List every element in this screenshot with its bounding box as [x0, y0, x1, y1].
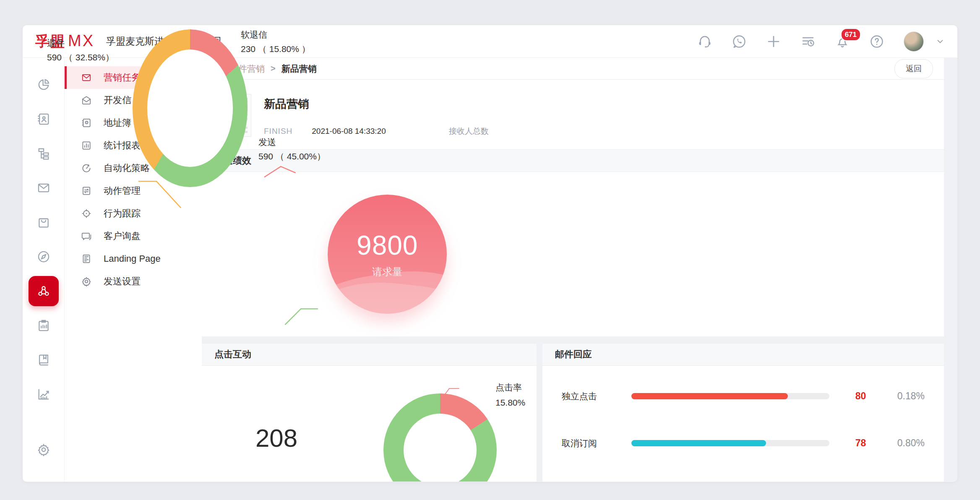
send-performance-charts: 9800 请求量 退件 — [202, 172, 944, 336]
back-button[interactable]: 返回 — [894, 59, 933, 78]
donut-ring[interactable] — [202, 58, 248, 187]
row-label: 取消订阅 — [562, 438, 616, 449]
response-row-unsubscribe: 取消订阅 78 0.80% — [562, 431, 925, 456]
row-percent: 0.80% — [897, 438, 925, 449]
response-row-unique-clicks: 独立点击 80 0.18% — [562, 384, 925, 409]
headset-icon[interactable] — [697, 34, 712, 49]
avatar[interactable] — [904, 31, 924, 52]
app-window: 孚盟 MX 孚盟麦克斯进出口有限公司 — [23, 25, 957, 482]
progress-track — [631, 440, 829, 446]
help-icon[interactable] — [869, 34, 884, 49]
main-content: 邮件营销 > 新品营销 返回 新品营销 FINISH 2021-06-08 14… — [202, 58, 957, 482]
campaign-card: 新品营销 FINISH 2021-06-08 14:33:20 接收人总数 发送… — [202, 80, 944, 336]
donut-label-sent: 发送 590 （ 45.00%） — [258, 135, 326, 164]
progress-track — [631, 393, 829, 399]
row-value: 80 — [855, 391, 881, 402]
whatsapp-icon[interactable] — [732, 34, 747, 49]
chevron-down-icon[interactable] — [936, 37, 945, 46]
progress-fill — [631, 440, 766, 446]
row-label: 独立点击 — [562, 391, 616, 402]
row-value: 78 — [855, 438, 881, 449]
plus-icon[interactable] — [766, 34, 781, 49]
bell-icon[interactable]: 671 — [835, 34, 850, 49]
row-percent: 0.18% — [897, 391, 925, 402]
progress-fill — [631, 393, 788, 399]
email-response-card: 邮件回应 独立点击 80 0.18% — [542, 343, 944, 482]
click-rate-label: 点击率 15.80% — [495, 380, 525, 410]
task-clock-icon[interactable] — [800, 34, 816, 49]
topbar-actions: 671 — [697, 31, 945, 52]
section-title-email-response: 邮件回应 — [542, 343, 944, 366]
notification-badge: 671 — [841, 28, 861, 41]
